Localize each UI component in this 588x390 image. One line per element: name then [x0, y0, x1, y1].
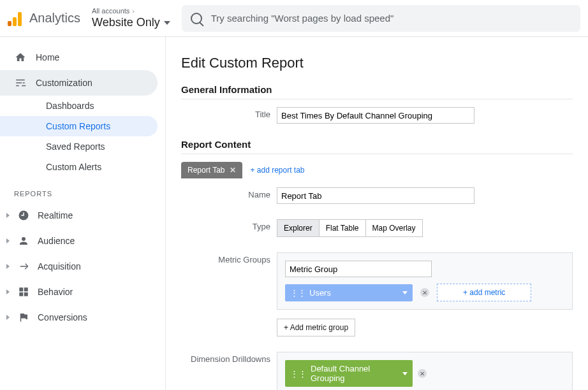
account-label: All accounts	[92, 7, 129, 15]
clock-icon	[17, 209, 30, 222]
nav-label: Customization	[36, 78, 92, 88]
metric-group-box: ⋮⋮ Users ✕ + add metric	[277, 252, 573, 310]
nav-acquisition[interactable]: Acquisition	[0, 254, 165, 279]
add-metric-button[interactable]: + add metric	[437, 284, 531, 301]
chevron-right-icon	[6, 238, 10, 243]
title-input[interactable]	[277, 107, 474, 124]
metric-groups-label: Metric Groups	[181, 252, 277, 264]
search-icon	[191, 13, 202, 24]
chip-label: Default Channel Grouping	[311, 364, 402, 383]
dimension-drilldowns-label: Dimension Drilldowns	[181, 352, 277, 364]
nav-label: Acquisition	[38, 261, 81, 271]
add-report-tab-button[interactable]: + add report tab	[250, 166, 304, 175]
nav-label: Home	[36, 52, 59, 62]
name-input[interactable]	[277, 187, 474, 204]
nav-home[interactable]: Home	[0, 45, 158, 70]
sidebar: Home Customization Dashboards Custom Rep…	[0, 37, 166, 390]
metric-chip-users[interactable]: ⋮⋮ Users	[285, 284, 413, 301]
customize-icon	[14, 76, 27, 89]
remove-metric-icon[interactable]: ✕	[420, 288, 429, 297]
name-label: Name	[181, 187, 277, 199]
type-map-overlay-button[interactable]: Map Overlay	[366, 219, 423, 237]
nav-conversions[interactable]: Conversions	[0, 305, 165, 330]
search-input[interactable]: Try searching "Worst pages by load speed…	[182, 5, 580, 32]
chevron-down-icon	[402, 291, 408, 294]
tab-label: Report Tab	[187, 166, 224, 175]
page-title: Edit Custom Report	[181, 55, 573, 71]
chevron-right-icon	[6, 213, 10, 218]
nav-custom-alerts[interactable]: Custom Alerts	[0, 157, 158, 177]
nav-custom-reports[interactable]: Custom Reports	[0, 116, 158, 136]
nav-saved-reports[interactable]: Saved Reports	[0, 136, 158, 157]
remove-dimension-icon[interactable]: ✕	[418, 369, 427, 378]
drag-icon: ⋮⋮	[290, 369, 307, 379]
analytics-logo-icon	[8, 11, 23, 26]
type-flat-table-button[interactable]: Flat Table	[320, 219, 366, 237]
general-info-heading: General Information	[181, 84, 573, 99]
chevron-right-icon	[6, 289, 10, 294]
report-tab[interactable]: Report Tab ✕	[181, 162, 242, 178]
nav-label: Behavior	[38, 287, 73, 297]
type-label: Type	[181, 219, 277, 231]
chevron-down-icon	[402, 372, 408, 375]
type-selector: Explorer Flat Table Map Overlay	[277, 219, 573, 237]
main-content: Edit Custom Report General Information T…	[166, 37, 588, 390]
chevron-right-icon	[6, 315, 10, 320]
nav-customization[interactable]: Customization	[0, 70, 158, 96]
flag-icon	[17, 311, 30, 324]
drag-icon: ⋮⋮	[290, 288, 305, 298]
nav-audience[interactable]: Audience	[0, 228, 165, 254]
app-header: Analytics All accounts › Website Only Tr…	[0, 0, 588, 37]
nav-realtime[interactable]: Realtime	[0, 203, 165, 228]
person-icon	[17, 235, 30, 247]
dimension-drilldowns-box: ⋮⋮ Default Channel Grouping ✕ ⋮⋮ Hour	[277, 352, 573, 390]
chevron-right-icon: ›	[132, 7, 135, 15]
report-content-heading: Report Content	[181, 139, 573, 154]
arrow-icon	[17, 260, 30, 273]
chevron-right-icon	[6, 264, 10, 269]
grid-icon	[17, 285, 30, 298]
type-explorer-button[interactable]: Explorer	[277, 219, 320, 237]
dimension-chip-channel-grouping[interactable]: ⋮⋮ Default Channel Grouping	[285, 360, 413, 387]
nav-label: Realtime	[38, 210, 73, 220]
close-icon[interactable]: ✕	[230, 166, 236, 175]
nav-behavior[interactable]: Behavior	[0, 279, 165, 305]
product-name: Analytics	[29, 11, 80, 25]
account-switcher[interactable]: All accounts › Website Only	[92, 7, 170, 29]
add-metric-group-button[interactable]: + Add metric group	[277, 319, 355, 336]
nav-label: Audience	[38, 236, 75, 246]
home-icon	[14, 51, 27, 64]
logo[interactable]: Analytics	[8, 11, 80, 26]
chevron-down-icon	[164, 21, 170, 25]
account-name: Website Only	[92, 16, 160, 29]
nav-dashboards[interactable]: Dashboards	[0, 96, 158, 116]
metric-group-name-input[interactable]	[285, 261, 432, 277]
search-placeholder: Try searching "Worst pages by load speed…	[211, 13, 394, 24]
chip-label: Users	[309, 288, 331, 298]
nav-label: Conversions	[38, 312, 87, 322]
reports-section-label: REPORTS	[0, 177, 165, 203]
title-label: Title	[181, 107, 277, 119]
